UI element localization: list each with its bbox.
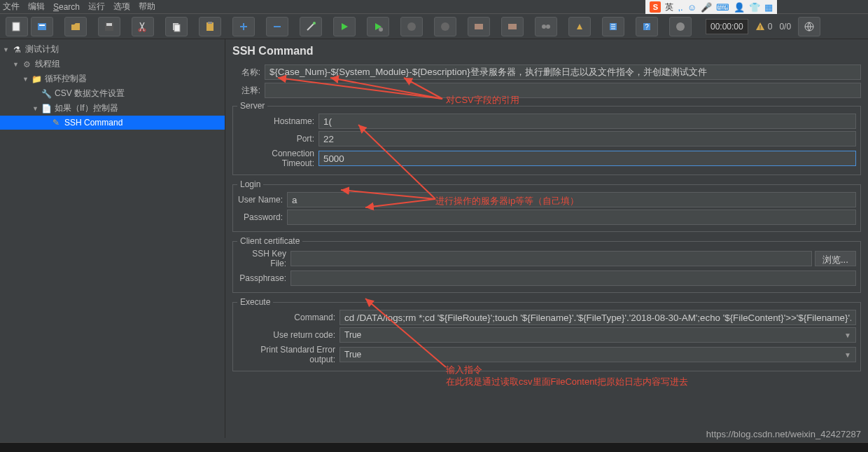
add-button[interactable] <box>232 17 255 36</box>
panel-title: SSH Command <box>232 45 861 57</box>
hostname-label: Hostname: <box>237 116 314 126</box>
tree-label: 循环控制器 <box>45 73 87 85</box>
remote-shutdown-button[interactable] <box>535 17 557 36</box>
toggle-icon[interactable]: ▼ <box>22 76 31 83</box>
server-legend: Server <box>237 101 267 111</box>
tree-label: CSV 数据文件设置 <box>55 88 125 100</box>
browse-button[interactable]: 浏览... <box>815 251 856 266</box>
menu-edit[interactable]: 编辑 <box>28 1 45 13</box>
annotation-arrows <box>225 39 862 432</box>
clear-button[interactable] <box>568 17 591 36</box>
remote-start-button[interactable] <box>468 17 490 36</box>
remote-stop-button[interactable] <box>501 17 524 36</box>
stderr-value: True <box>344 350 361 359</box>
svg-rect-10 <box>208 22 212 24</box>
tree-label: SSH Command <box>64 118 122 128</box>
toggle-icon[interactable]: ▼ <box>3 46 11 53</box>
save-button[interactable] <box>98 17 120 36</box>
menu-file[interactable]: 文件 <box>3 1 20 13</box>
globe-button[interactable] <box>798 17 820 36</box>
command-input[interactable] <box>340 310 856 325</box>
passphrase-label: Passphrase: <box>237 273 286 283</box>
tree-node-if-controller[interactable]: ▼ 📄 如果（If）控制器 <box>0 101 225 116</box>
svg-rect-1 <box>38 23 46 30</box>
passphrase-input[interactable] <box>290 270 856 286</box>
menu-run[interactable]: 运行 <box>88 1 105 13</box>
cert-legend: Client certificate <box>237 236 302 246</box>
annotation-cmd2: 在此我是通过读取csv里面FileContent把原始日志内容写进去 <box>446 376 688 388</box>
remove-button[interactable] <box>266 17 288 36</box>
password-label: Password: <box>237 212 283 222</box>
svg-point-12 <box>379 27 383 32</box>
svg-point-18 <box>546 25 550 29</box>
tree-node-test-plan[interactable]: ▼ ⚗ 测试计划 <box>0 42 225 57</box>
help-button[interactable] <box>669 17 692 36</box>
hostname-input[interactable] <box>318 114 856 129</box>
password-input[interactable] <box>287 210 856 225</box>
return-code-label: Use return code: <box>237 330 335 340</box>
username-label: User Name: <box>237 195 283 205</box>
toggle-icon[interactable]: ▼ <box>32 105 41 112</box>
name-input[interactable] <box>265 64 861 80</box>
sogou-icon[interactable]: S <box>650 1 661 13</box>
ime-shirt-icon[interactable]: 👕 <box>749 2 760 13</box>
tree-node-csv-config[interactable]: 🔧 CSV 数据文件设置 <box>0 86 225 101</box>
copy-button[interactable] <box>165 17 188 36</box>
svg-text:?: ? <box>645 23 649 31</box>
ime-person-icon[interactable]: 👤 <box>734 2 745 13</box>
toggle-icon[interactable]: ▼ <box>13 61 21 68</box>
ime-mic-icon[interactable]: 🎤 <box>701 2 712 13</box>
tree-node-ssh-command[interactable]: ✎ SSH Command <box>0 116 225 130</box>
execute-fieldset: Execute Command: Use return code: True ▼… <box>232 297 861 371</box>
ime-keyboard-icon[interactable]: ⌨ <box>716 2 729 13</box>
ime-lang[interactable]: 英 <box>665 1 673 13</box>
ime-smile-icon[interactable]: ☺ <box>687 2 696 13</box>
warn-status: ! 0 <box>755 22 773 32</box>
run-status: 0/0 <box>779 22 791 32</box>
shutdown-button[interactable] <box>434 17 456 36</box>
menu-search[interactable]: Search <box>53 2 80 12</box>
ime-comma-icon[interactable]: ,. <box>678 2 682 13</box>
tree-label: 线程组 <box>35 58 60 70</box>
stderr-select[interactable]: True ▼ <box>340 347 856 362</box>
gear-icon: ⚙ <box>21 59 32 70</box>
login-legend: Login <box>237 179 263 189</box>
warn-count: 0 <box>768 22 773 32</box>
open-button[interactable] <box>64 17 87 36</box>
function-helper-button[interactable]: ? <box>636 17 658 36</box>
clear-all-button[interactable] <box>602 17 624 36</box>
svg-rect-0 <box>13 22 20 31</box>
content-panel: SSH Command 名称: 注释: Server Hostname: Por… <box>225 39 868 438</box>
port-input[interactable] <box>318 131 856 146</box>
keyfile-label: SSH Key File: <box>237 249 286 268</box>
taskbar <box>0 442 868 452</box>
svg-point-22 <box>676 22 685 31</box>
stderr-label: Print Standard Error output: <box>237 345 335 364</box>
paste-button[interactable] <box>199 17 221 36</box>
warning-icon: ! <box>755 22 765 32</box>
start-button[interactable] <box>333 17 356 36</box>
cut-button[interactable] <box>132 17 154 36</box>
wand-button[interactable] <box>300 17 322 36</box>
keyfile-input[interactable] <box>290 251 812 266</box>
test-plan-tree[interactable]: ▼ ⚗ 测试计划 ▼ ⚙ 线程组 ▼ 📁 循环控制器 🔧 CSV 数据文件设置 … <box>0 39 225 438</box>
new-button[interactable] <box>6 17 28 36</box>
svg-text:!: ! <box>759 24 761 31</box>
comment-input[interactable] <box>265 83 861 98</box>
timeout-input[interactable] <box>318 151 856 166</box>
name-label: 名称: <box>232 67 260 78</box>
svg-rect-15 <box>475 24 483 29</box>
ime-grid-icon[interactable]: ▦ <box>764 2 773 13</box>
tree-node-thread-group[interactable]: ▼ ⚙ 线程组 <box>0 57 225 71</box>
stop-button[interactable] <box>400 17 423 36</box>
tree-label: 如果（If）控制器 <box>55 102 118 114</box>
tree-node-loop-controller[interactable]: ▼ 📁 循环控制器 <box>0 71 225 86</box>
execute-legend: Execute <box>237 297 273 307</box>
menu-options[interactable]: 选项 <box>113 1 130 13</box>
menu-help[interactable]: 帮助 <box>139 1 155 13</box>
start-no-timer-button[interactable] <box>367 17 389 36</box>
username-input[interactable] <box>287 192 856 207</box>
templates-button[interactable] <box>31 17 53 36</box>
return-code-select[interactable]: True ▼ <box>340 327 856 343</box>
svg-rect-16 <box>508 24 517 29</box>
